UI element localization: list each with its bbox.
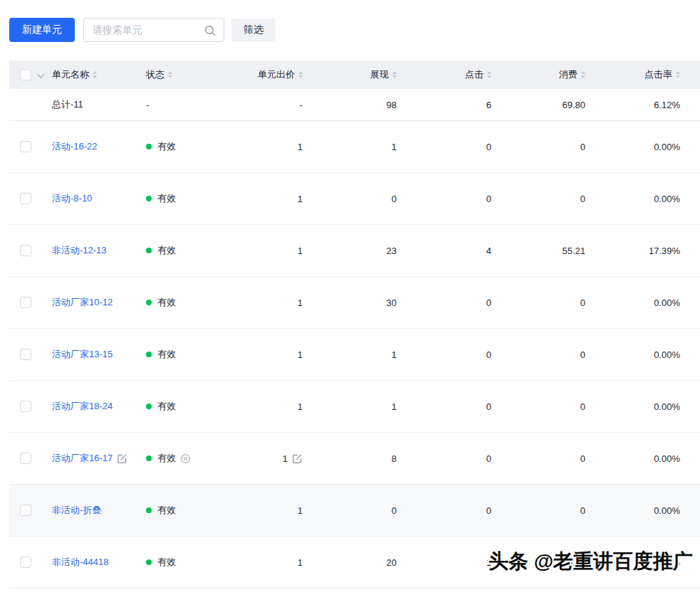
unit-name-link[interactable]: 活动厂家18-24 — [52, 400, 113, 413]
column-header-cost[interactable]: 消费 — [491, 68, 585, 81]
bid-value: 1 — [298, 142, 303, 152]
status-label: 有效 — [157, 296, 176, 309]
clicks-value: 0 — [397, 194, 491, 204]
clicks-value: 0 — [397, 142, 491, 152]
table-header-row: 单元名称 状态 单元出价 展现 点击 消费 — [9, 60, 700, 89]
bid-value: 1 — [283, 453, 288, 464]
cost-value: 0 — [491, 142, 585, 152]
watermark: 头条 @老重讲百度推广 — [489, 548, 693, 575]
status-dot — [146, 559, 152, 565]
total-impressions: 98 — [303, 100, 397, 110]
bid-value: 1 — [298, 505, 303, 516]
cost-value: 0 — [491, 453, 585, 464]
column-header-name-label: 单元名称 — [52, 68, 89, 81]
total-bid: - — [226, 100, 303, 110]
sort-icon[interactable] — [168, 71, 172, 78]
table-row: 活动-8-10 有效 1 0 0 0 0.00% — [9, 173, 700, 225]
column-header-bid[interactable]: 单元出价 — [226, 68, 303, 81]
column-header-status[interactable]: 状态 — [146, 68, 226, 81]
ctr-value: 0.00% — [585, 453, 680, 464]
cost-value: 0 — [491, 505, 585, 516]
select-all-checkbox[interactable] — [20, 69, 31, 80]
toolbar: 新建单元 筛选 — [9, 18, 700, 42]
row-checkbox[interactable] — [20, 349, 31, 360]
unit-name-link[interactable]: 非活动-44418 — [52, 556, 108, 569]
table-row: 活动厂家16-17 有效 — [9, 433, 700, 485]
row-checkbox[interactable] — [20, 245, 31, 256]
status-label: 有效 — [157, 244, 176, 257]
clicks-value: 0 — [397, 298, 491, 308]
sort-icon[interactable] — [676, 71, 680, 78]
sort-icon[interactable] — [93, 71, 97, 78]
edit-icon[interactable] — [292, 453, 303, 464]
table-body: 活动-16-22 有效 1 1 0 0 0.00% 活动-8-10 — [9, 121, 700, 589]
clicks-value: 1 — [397, 557, 491, 568]
table-row: 活动厂家13-15 有效 1 1 0 0 0.00% — [9, 329, 700, 381]
unit-name-link[interactable]: 活动厂家16-17 — [52, 452, 113, 465]
cost-value: 55.21 — [491, 246, 585, 256]
unit-name-link[interactable]: 非活动-折叠 — [52, 504, 101, 517]
impressions-value: 1 — [303, 142, 397, 152]
ctr-value: 0.00% — [585, 505, 680, 516]
status-dot — [146, 248, 152, 253]
status-dot — [146, 507, 152, 513]
column-header-impressions[interactable]: 展现 — [303, 68, 397, 81]
cost-value: 0 — [491, 194, 585, 204]
unit-name-link[interactable]: 活动厂家13-15 — [52, 348, 113, 361]
row-checkbox[interactable] — [20, 141, 31, 152]
clicks-value: 0 — [397, 505, 491, 516]
unit-name-link[interactable]: 活动-8-10 — [52, 192, 92, 205]
status-label: 有效 — [157, 400, 176, 413]
unit-name-link[interactable]: 非活动-12-13 — [52, 244, 107, 257]
status-dot — [146, 196, 152, 201]
table-row: 非活动-12-13 有效 1 23 4 55.21 17.39% — [9, 225, 700, 277]
chevron-down-icon[interactable] — [37, 70, 44, 78]
total-clicks: 6 — [397, 100, 491, 110]
ctr-value: 0.00% — [585, 349, 680, 360]
column-header-name[interactable]: 单元名称 — [52, 68, 146, 81]
ctr-value: 0.00% — [585, 142, 680, 152]
column-header-bid-label: 单元出价 — [258, 68, 295, 81]
row-checkbox[interactable] — [20, 297, 31, 308]
cost-value: 0 — [491, 401, 585, 412]
ctr-value: 0.00% — [585, 298, 680, 308]
unit-name-link[interactable]: 活动厂家10-12 — [52, 296, 113, 309]
table-row: 活动-16-22 有效 1 1 0 0 0.00% — [9, 121, 700, 173]
new-unit-button[interactable]: 新建单元 — [9, 18, 75, 42]
ctr-value: 17.39% — [585, 246, 680, 256]
row-checkbox[interactable] — [20, 193, 31, 204]
search-icon[interactable] — [204, 24, 216, 40]
search-input[interactable] — [93, 24, 207, 36]
bid-value: 1 — [298, 349, 303, 360]
total-name: 总计-11 — [52, 98, 83, 111]
total-cost: 69.80 — [491, 100, 585, 110]
row-checkbox[interactable] — [20, 453, 31, 464]
column-header-ctr[interactable]: 点击率 — [585, 68, 680, 81]
row-checkbox[interactable] — [20, 505, 31, 516]
row-checkbox[interactable] — [20, 557, 31, 568]
impressions-value: 0 — [303, 505, 397, 516]
column-header-impressions-label: 展现 — [370, 68, 389, 81]
bid-value: 1 — [298, 298, 303, 308]
column-header-clicks[interactable]: 点击 — [397, 68, 491, 81]
impressions-value: 20 — [303, 557, 397, 568]
status-dot — [146, 352, 152, 357]
pause-circle-icon[interactable] — [180, 453, 191, 464]
table-row: 活动厂家10-12 有效 1 30 0 0 0.00% — [9, 277, 700, 329]
ctr-value: 0.00% — [585, 194, 680, 204]
edit-icon[interactable] — [117, 453, 127, 464]
table-row: 活动厂家18-24 有效 1 1 0 0 0.00% — [9, 381, 700, 433]
status-label: 有效 — [157, 348, 176, 361]
column-header-clicks-label: 点击 — [465, 68, 484, 81]
unit-name-link[interactable]: 活动-16-22 — [52, 140, 98, 153]
status-dot — [146, 144, 152, 149]
table-row: 非活动-折叠 有效 1 0 0 0 0.00% — [9, 485, 700, 537]
filter-button[interactable]: 筛选 — [231, 19, 276, 41]
row-checkbox[interactable] — [20, 401, 31, 412]
status-dot — [146, 300, 152, 305]
units-table: 单元名称 状态 单元出价 展现 点击 消费 — [9, 60, 700, 589]
clicks-value: 0 — [397, 401, 491, 412]
cost-value: 0 — [491, 298, 585, 308]
bid-value: 1 — [298, 401, 303, 412]
bid-value: 1 — [298, 557, 303, 568]
